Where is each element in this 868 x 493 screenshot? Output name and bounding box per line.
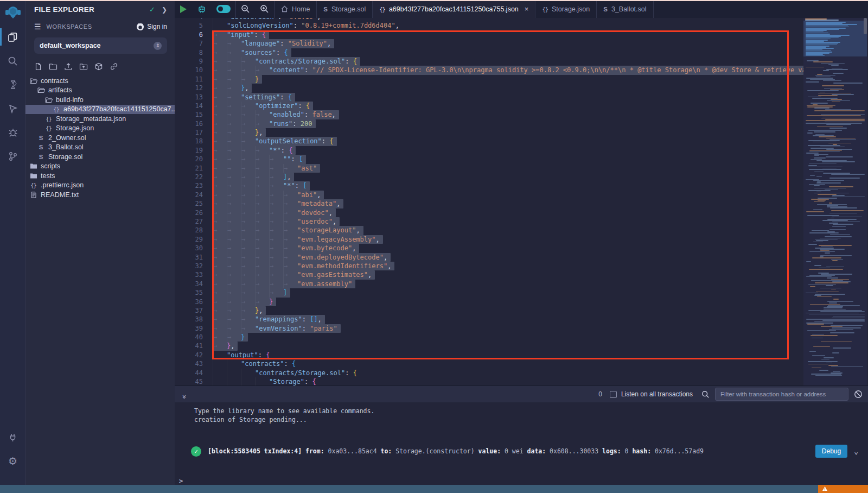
expand-transaction-icon[interactable]: ⌄ bbox=[854, 447, 858, 456]
transaction-summary[interactable]: [block:5583405 txIndex:4] from: 0xa03...… bbox=[208, 447, 809, 455]
tree-item-2-owner-sol[interactable]: S2_Owner.sol bbox=[25, 133, 175, 143]
deploy-run-icon[interactable] bbox=[0, 97, 25, 121]
tab-whitespace: → bbox=[227, 84, 241, 92]
code-line: 18→→→"outputSelection": { bbox=[175, 137, 799, 146]
upload-file-icon[interactable] bbox=[64, 62, 73, 71]
tab-whitespace: → bbox=[269, 253, 283, 262]
line-number: 39 bbox=[175, 324, 203, 333]
line-number: 12 bbox=[175, 84, 203, 92]
tab-whitespace: → bbox=[255, 66, 269, 74]
tab-3-ballot-sol[interactable]: S3_Ballot.sol bbox=[597, 0, 653, 18]
tree-item-scripts[interactable]: scripts bbox=[25, 162, 175, 172]
remix-logo[interactable] bbox=[0, 0, 25, 25]
close-tab-icon[interactable]: × bbox=[525, 5, 529, 13]
minimap-line bbox=[829, 203, 832, 204]
line-number: 27 bbox=[175, 217, 203, 226]
tab-whitespace: → bbox=[241, 57, 255, 66]
file-explorer-icon[interactable] bbox=[0, 25, 25, 49]
code-line: 26→→→→→→"devdoc", bbox=[175, 208, 799, 217]
solidity-compiler-icon[interactable] bbox=[0, 73, 25, 97]
ai-copilot-icon[interactable] bbox=[192, 0, 212, 18]
selection-highlight: →→→→→→"abi", bbox=[213, 191, 324, 199]
tab-whitespace: → bbox=[241, 244, 255, 252]
code-token: [ bbox=[299, 155, 303, 163]
tree-item-storage-json[interactable]: {}Storage.json bbox=[25, 124, 175, 134]
tree-item--prettierrc-json[interactable]: {}.prettierrc.json bbox=[25, 181, 175, 191]
terminal-prompt[interactable]: > bbox=[179, 477, 183, 485]
tree-item-build-info[interactable]: build-info bbox=[25, 95, 175, 105]
minimap-line bbox=[812, 355, 825, 356]
tree-item-storage-sol[interactable]: SStorage.sol bbox=[25, 152, 175, 162]
sign-in-button[interactable]: Sign in bbox=[136, 23, 167, 31]
code-line: 28→→→→→→"storageLayout", bbox=[175, 226, 799, 235]
code-line: 44→→→"contracts/Storage.sol": { bbox=[175, 369, 799, 377]
tree-item-storage-metadata-json[interactable]: {}Storage_metadata.json bbox=[25, 114, 175, 124]
tree-item-a69b43f277ba20fcac141151250ca7-[interactable]: {}a69b43f277ba20fcac141151250ca7... bbox=[25, 105, 175, 115]
status-bar-orange-badge[interactable] bbox=[818, 485, 868, 493]
debug-button[interactable]: Debug bbox=[815, 445, 847, 458]
code-token: : bbox=[291, 155, 298, 163]
tree-item-contracts[interactable]: contracts bbox=[25, 76, 175, 86]
tab-whitespace: → bbox=[255, 173, 269, 181]
solidity-file-icon: S bbox=[39, 144, 43, 150]
new-file-icon[interactable] bbox=[34, 62, 42, 71]
tab-whitespace: → bbox=[227, 199, 241, 208]
listen-transactions-checkbox[interactable] bbox=[610, 391, 617, 398]
debugger-icon[interactable] bbox=[0, 121, 25, 144]
chevron-right-icon[interactable]: ❯ bbox=[162, 6, 167, 14]
selection-highlight: →→→→→→"devdoc", bbox=[213, 208, 336, 217]
minimap-line bbox=[814, 201, 825, 203]
minimap-line bbox=[806, 153, 819, 154]
tab-storage-json[interactable]: {}Storage.json bbox=[535, 0, 597, 18]
tab-whitespace: → bbox=[255, 262, 269, 270]
tab-whitespace: → bbox=[227, 306, 241, 315]
minimap-line bbox=[808, 140, 840, 141]
solidity-file-icon: S bbox=[39, 135, 43, 141]
line-number: 44 bbox=[175, 369, 203, 377]
code-line: 31→→→→→→"evm.deployedBytecode", bbox=[175, 253, 799, 262]
zoom-in-icon[interactable] bbox=[255, 0, 274, 18]
cube-icon[interactable] bbox=[94, 62, 103, 71]
editor-scrollbar[interactable] bbox=[864, 18, 867, 34]
tab-whitespace: → bbox=[283, 191, 297, 199]
tab-whitespace: → bbox=[241, 102, 255, 110]
code-token: { bbox=[306, 102, 310, 110]
search-icon[interactable] bbox=[0, 49, 25, 73]
git-icon[interactable] bbox=[0, 144, 25, 168]
tab-storage-sol[interactable]: SStorage.sol bbox=[317, 0, 373, 18]
plugin-manager-icon[interactable] bbox=[0, 425, 25, 449]
tab-whitespace: → bbox=[255, 110, 269, 119]
code-token: "Storage" bbox=[269, 378, 304, 385]
minimap-line bbox=[815, 75, 835, 77]
minimap-line bbox=[816, 182, 841, 184]
tree-item-artifacts[interactable]: artifacts bbox=[25, 86, 175, 96]
upload-folder-icon[interactable] bbox=[79, 62, 88, 71]
workspace-select[interactable]: default_workspace ⇕ bbox=[34, 37, 167, 54]
ai-copilot-toggle[interactable] bbox=[212, 0, 235, 18]
run-script-button[interactable] bbox=[175, 0, 192, 18]
tab-label: a69b43f277ba20fcac141151250ca755.json bbox=[389, 5, 519, 13]
minimap-line bbox=[824, 357, 834, 358]
search-icon[interactable] bbox=[701, 390, 710, 399]
settings-icon[interactable]: ⚙ bbox=[0, 449, 25, 473]
clear-terminal-icon[interactable] bbox=[854, 390, 863, 399]
tab-whitespace: → bbox=[213, 369, 227, 377]
tab-home[interactable]: Home bbox=[275, 0, 317, 18]
hamburger-menu-icon[interactable]: ☰ bbox=[34, 22, 41, 31]
code-line: 40→→} bbox=[175, 333, 799, 342]
tree-item-readme-txt[interactable]: README.txt bbox=[25, 190, 175, 200]
code-editor[interactable]: 4→"solcVersion": "0.8.19",5→"solcLongVer… bbox=[175, 18, 868, 385]
new-folder-icon[interactable] bbox=[49, 62, 58, 71]
tree-item-3-ballot-sol[interactable]: S3_Ballot.sol bbox=[25, 143, 175, 153]
minimap[interactable] bbox=[803, 18, 867, 385]
collapse-terminal-icon[interactable]: « bbox=[180, 390, 188, 399]
tree-item-tests[interactable]: tests bbox=[25, 171, 175, 181]
link-icon[interactable] bbox=[110, 62, 118, 71]
code-token: , bbox=[395, 22, 399, 29]
transaction-filter-input[interactable] bbox=[715, 388, 848, 401]
zoom-out-icon[interactable] bbox=[236, 0, 255, 18]
tab-a69b43f277ba20fcac141151250ca755-json[interactable]: {}a69b43f277ba20fcac141151250ca755.json× bbox=[373, 0, 535, 18]
tab-whitespace: → bbox=[283, 217, 297, 226]
tab-label: Storage.json bbox=[552, 5, 590, 13]
minimap-line bbox=[809, 251, 835, 252]
